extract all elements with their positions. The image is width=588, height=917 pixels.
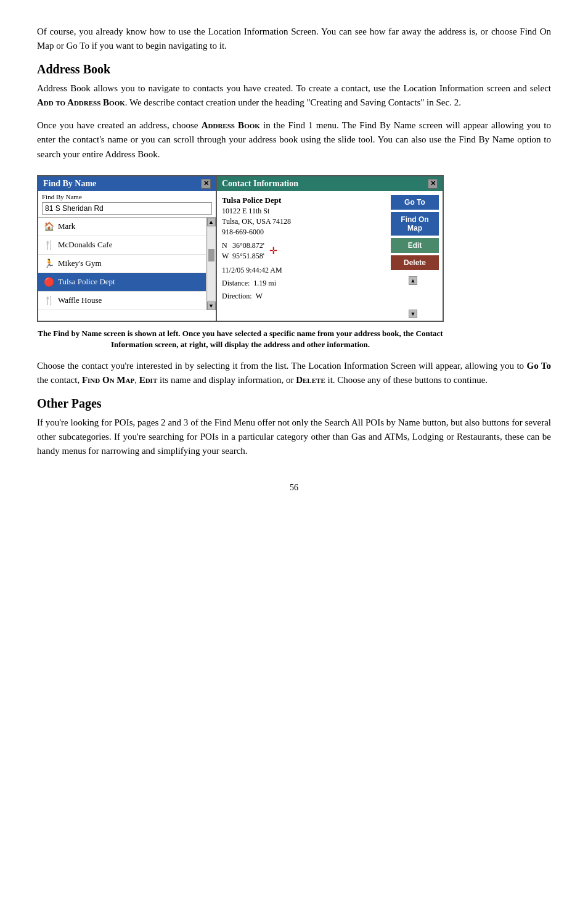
address-book-heading: Address Book — [37, 62, 551, 76]
coord-w: W 95°51.858' — [222, 251, 264, 261]
mcdonalds-icon: 🍴 — [43, 240, 54, 250]
tulsa-police-icon: 🔴 — [43, 277, 54, 287]
contact-panel-header: Contact Information ✕ — [217, 176, 443, 191]
contact-content-row: Tulsa Police Dept 10122 E 11th St Tulsa,… — [217, 191, 443, 321]
find-on-map-button[interactable]: Find On Map — [391, 212, 439, 236]
distance-label: Distance: — [222, 278, 250, 289]
direction-value: W — [256, 291, 263, 302]
contact-address1: 10122 E 11th St — [222, 206, 382, 216]
find-panel-close[interactable]: ✕ — [201, 179, 211, 189]
intro-paragraph: Of course, you already know how to use t… — [37, 25, 551, 54]
search-input[interactable] — [42, 202, 212, 215]
edit-button[interactable]: Edit — [391, 238, 439, 253]
mikeys-gym-label: Mikey's Gym — [58, 258, 203, 268]
contact-scroll-up[interactable]: ▲ — [409, 276, 417, 285]
compass-icon: ✛ — [269, 244, 277, 258]
coord-n: N 36°08.872' — [222, 241, 264, 251]
panels-caption: The Find by Name screen is shown at left… — [37, 328, 444, 350]
address-book-p1: Address Book allows you to navigate to c… — [37, 81, 551, 110]
find-panel-subheader: Find By Name — [38, 191, 216, 201]
address-book-p2: Once you have created an address, choose… — [37, 118, 551, 162]
list-item-mark[interactable]: 🏠 Mark — [38, 218, 216, 236]
mark-label: Mark — [58, 221, 203, 231]
direction-label: Direction: — [222, 291, 252, 302]
action-paragraph: Choose the contact you're interested in … — [37, 359, 551, 388]
contact-name: Tulsa Police Dept — [222, 195, 382, 206]
contact-address2: Tulsa, OK, USA 74128 — [222, 216, 382, 227]
scroll-down-arrow[interactable]: ▼ — [207, 302, 216, 310]
list-item-tulsa-police[interactable]: 🔴 Tulsa Police Dept — [38, 273, 216, 292]
find-panel-header: Find By Name ✕ — [38, 176, 216, 191]
other-pages-paragraph: If you're looking for POIs, pages 2 and … — [37, 416, 551, 459]
other-pages-heading: Other Pages — [37, 397, 551, 411]
scroll-up-arrow[interactable]: ▲ — [207, 218, 216, 226]
contact-phone: 918-669-6000 — [222, 227, 382, 237]
list-item-waffle-house[interactable]: 🍴 Waffle House — [38, 292, 216, 310]
page-number: 56 — [37, 483, 551, 493]
go-to-button[interactable]: Go To — [391, 195, 439, 210]
list-item-mikeys-gym[interactable]: 🏃 Mikey's Gym — [38, 255, 216, 273]
contact-panel-title: Contact Information — [222, 179, 298, 189]
mark-icon: 🏠 — [43, 221, 54, 232]
coords-text: N 36°08.872' W 95°51.858' — [222, 241, 264, 261]
contact-scroll-down[interactable]: ▼ — [409, 310, 417, 318]
distance-value: 1.19 mi — [253, 278, 276, 289]
contact-information-panel: Contact Information ✕ Tulsa Police Dept … — [217, 176, 443, 321]
scroll-track — [208, 228, 215, 300]
list-scrollbar[interactable]: ▲ ▼ — [206, 218, 216, 310]
find-by-name-panel: Find By Name ✕ Find By Name 🏠 Mark 🍴 McD… — [38, 176, 217, 321]
direction-row: Direction: W — [222, 291, 382, 302]
action-buttons: Go To Find On Map Edit Delete — [387, 191, 443, 274]
coords-row: N 36°08.872' W 95°51.858' ✛ — [222, 241, 382, 261]
list-item-mcdonalds[interactable]: 🍴 McDonalds Cafe — [38, 236, 216, 255]
waffle-house-label: Waffle House — [58, 295, 203, 305]
delete-button[interactable]: Delete — [391, 255, 439, 270]
mikeys-gym-icon: 🏃 — [43, 258, 54, 269]
contact-list: 🏠 Mark 🍴 McDonalds Cafe 🏃 Mikey's Gym 🔴 … — [38, 217, 216, 310]
contact-info-area: Tulsa Police Dept 10122 E 11th St Tulsa,… — [217, 191, 387, 321]
scroll-thumb[interactable] — [208, 249, 214, 261]
waffle-house-icon: 🍴 — [43, 295, 54, 306]
find-panel-title: Find By Name — [43, 179, 96, 189]
contact-panel-close[interactable]: ✕ — [428, 179, 438, 189]
screenshot-panels: Find By Name ✕ Find By Name 🏠 Mark 🍴 McD… — [37, 175, 444, 322]
distance-row: Distance: 1.19 mi — [222, 278, 382, 289]
tulsa-police-label: Tulsa Police Dept — [58, 277, 203, 287]
datetime: 11/2/05 9:44:42 AM — [222, 265, 382, 276]
mcdonalds-label: McDonalds Cafe — [58, 240, 203, 250]
search-input-row — [38, 201, 216, 217]
